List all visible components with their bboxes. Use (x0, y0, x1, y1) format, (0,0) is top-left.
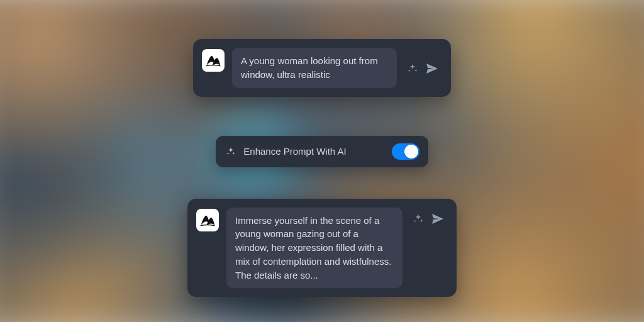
prompt-input-bottom[interactable]: Immerse yourself in the scene of a young… (226, 208, 402, 289)
stage: A young woman looking out from window, u… (0, 0, 644, 322)
prompt-card-bottom: Immerse yourself in the scene of a young… (187, 199, 457, 297)
enhance-toggle[interactable] (392, 143, 419, 160)
sparkle-icon (226, 147, 236, 157)
sparkle-icon[interactable] (413, 213, 424, 225)
enhance-prompt-pill: Enhance Prompt With AI (216, 136, 428, 167)
app-logo-icon (196, 209, 219, 231)
prompt-card-top: A young woman looking out from window, u… (193, 39, 451, 97)
card-actions-bottom (413, 211, 445, 226)
card-actions-top (407, 61, 440, 76)
send-button[interactable] (425, 61, 440, 76)
enhance-label: Enhance Prompt With AI (243, 146, 346, 157)
toggle-knob (404, 145, 418, 158)
app-logo-icon (202, 49, 225, 72)
sparkle-icon[interactable] (407, 63, 418, 74)
send-button[interactable] (430, 211, 445, 226)
prompt-input-top[interactable]: A young woman looking out from window, u… (232, 48, 397, 88)
